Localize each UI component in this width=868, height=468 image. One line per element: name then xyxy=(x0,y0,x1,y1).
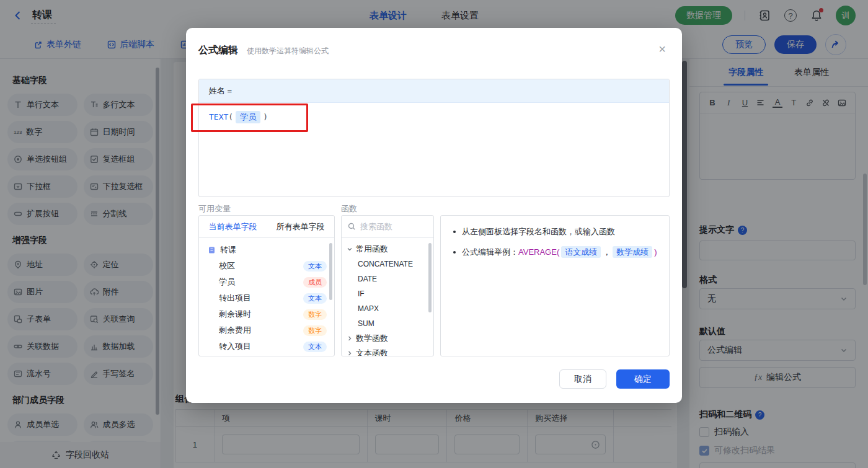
example-chip: 语文成绩 xyxy=(561,246,601,258)
variables-tabs: 当前表单字段 所有表单字段 xyxy=(199,216,334,238)
type-badge: 文本 xyxy=(303,342,327,352)
bullet-dot xyxy=(453,251,456,254)
variables-panel: 当前表单字段 所有表单字段 转课 校区文本 学员成员 转出项目文本 剩余课时数字… xyxy=(198,215,335,356)
variable-row[interactable]: 校区文本 xyxy=(199,258,334,274)
type-badge: 数字 xyxy=(303,309,327,320)
chevron-right-icon xyxy=(347,335,353,342)
chevron-right-icon xyxy=(347,350,353,356)
function-item[interactable]: DATE xyxy=(342,272,433,286)
bullet-dot xyxy=(453,231,456,233)
formula-target: 姓名 = xyxy=(199,79,669,103)
function-item[interactable]: CONCATENATE xyxy=(342,257,433,272)
variables-scrollbar[interactable] xyxy=(329,243,332,300)
type-badge: 文本 xyxy=(303,261,327,272)
chevron-down-icon xyxy=(347,246,353,252)
tip-line-1: 从左侧面板选择字段名和函数，或输入函数 xyxy=(452,226,658,238)
tree-root-form[interactable]: 转课 xyxy=(199,242,334,258)
function-item[interactable]: SUM xyxy=(342,316,433,331)
tips-panel: 从左侧面板选择字段名和函数，或输入函数 公式编辑举例：AVERAGE(语文成绩，… xyxy=(440,215,670,356)
field-chip[interactable]: 学员 xyxy=(236,111,260,123)
functions-tree: 常用函数 CONCATENATE DATE IF MAPX SUM 数学函数 文… xyxy=(342,238,433,356)
formula-edit-modal: 公式编辑 使用数学运算符编辑公式 × 姓名 = TEXT(学员) 可用变量 函数… xyxy=(186,28,682,403)
cancel-button[interactable]: 取消 xyxy=(559,369,606,389)
variable-row[interactable]: 转出项目文本 xyxy=(199,290,334,306)
function-group-common[interactable]: 常用函数 xyxy=(342,242,433,257)
function-item[interactable]: MAPX xyxy=(342,301,433,316)
app-root: 转课 表单设计 表单设置 数据管理 ? 训 表单外链 xyxy=(0,0,868,468)
tip-line-2: 公式编辑举例：AVERAGE(语文成绩，数学成绩) xyxy=(452,246,658,258)
formula-editor: 姓名 = TEXT(学员) xyxy=(198,79,670,197)
close-icon[interactable]: × xyxy=(658,43,666,55)
example-chip: 数学成绩 xyxy=(613,246,652,258)
function-item[interactable]: IF xyxy=(342,286,433,301)
tab-all-form-fields[interactable]: 所有表单字段 xyxy=(267,221,334,232)
functions-panel: 搜索函数 常用函数 CONCATENATE DATE IF MAPX SUM 数… xyxy=(341,215,434,356)
tab-current-form-fields[interactable]: 当前表单字段 xyxy=(199,221,267,232)
variable-row[interactable]: 学员成员 xyxy=(199,274,334,290)
variables-tree: 转课 校区文本 学员成员 转出项目文本 剩余课时数字 剩余费用数字 转入项目文本 xyxy=(199,238,334,355)
modal-header: 公式编辑 使用数学运算符编辑公式 xyxy=(186,28,682,57)
variable-row[interactable]: 剩余费用数字 xyxy=(199,322,334,338)
modal-subtitle: 使用数学运算符编辑公式 xyxy=(247,46,329,56)
type-badge: 文本 xyxy=(303,293,327,304)
type-badge: 成员 xyxy=(303,277,327,288)
modal-title: 公式编辑 xyxy=(198,44,238,57)
modal-footer: 取消 确定 xyxy=(559,369,670,389)
formula-function: TEXT xyxy=(209,112,228,121)
function-search[interactable]: 搜索函数 xyxy=(342,216,433,238)
variable-row[interactable]: 转入项目文本 xyxy=(199,338,334,355)
variable-row[interactable]: 剩余课时数字 xyxy=(199,306,334,322)
example-function: AVERAGE( xyxy=(518,247,559,257)
functions-section-label: 函数 xyxy=(341,203,357,214)
search-icon xyxy=(348,223,356,231)
functions-scrollbar[interactable] xyxy=(428,243,432,312)
type-badge: 数字 xyxy=(303,325,327,336)
function-group-text[interactable]: 文本函数 xyxy=(342,346,433,356)
function-group-math[interactable]: 数学函数 xyxy=(342,331,433,346)
confirm-button[interactable]: 确定 xyxy=(616,369,670,389)
search-placeholder: 搜索函数 xyxy=(360,221,392,232)
form-doc-icon xyxy=(208,246,216,254)
variables-section-label: 可用变量 xyxy=(198,203,231,214)
formula-input-area[interactable]: TEXT(学员) xyxy=(199,103,669,196)
